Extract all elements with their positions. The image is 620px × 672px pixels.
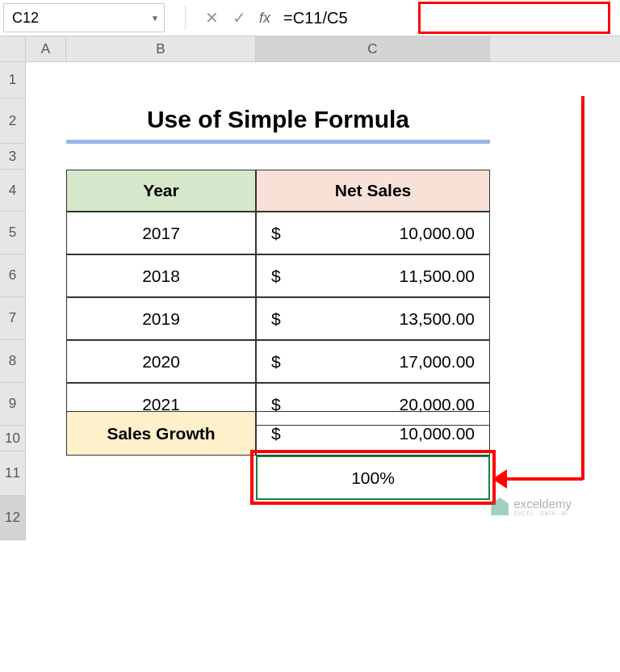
spreadsheet-grid: A B C 1 2 3 4 5 6 7 8 9 10 11 12 Use of …	[0, 36, 620, 540]
column-headers: A B C	[0, 36, 620, 62]
select-all-corner[interactable]	[0, 36, 26, 61]
table-row: 2020 $17,000.00	[66, 340, 490, 383]
table-header-row: Year Net Sales	[66, 170, 490, 212]
annotation-arrow	[501, 477, 583, 481]
watermark-tag: EXCEL · DATA · BI	[513, 510, 572, 516]
cell-year[interactable]: 2017	[66, 212, 256, 254]
table-row: 2018 $11,500.00	[66, 254, 490, 297]
table-row: 2019 $13,500.00	[66, 297, 490, 340]
title-cell[interactable]: Use of Simple Formula	[66, 99, 490, 144]
annotation-arrow	[581, 96, 584, 480]
row-headers: 1 2 3 4 5 6 7 8 9 10 11 12	[0, 62, 26, 540]
cell-sales[interactable]: $13,500.00	[256, 297, 490, 340]
sales-growth-row: Sales Growth $10,000.00	[66, 411, 490, 456]
row-header-10[interactable]: 10	[0, 426, 26, 452]
watermark: exceldemy EXCEL · DATA · BI	[491, 497, 572, 516]
dropdown-icon[interactable]: ▼	[151, 14, 159, 23]
row-header-12[interactable]: 12	[0, 496, 26, 540]
cells-area[interactable]: Use of Simple Formula Year Net Sales 201…	[26, 62, 620, 540]
header-netsales[interactable]: Net Sales	[256, 170, 490, 212]
logo-icon	[491, 498, 509, 515]
watermark-name: exceldemy	[513, 497, 572, 510]
enter-button[interactable]: ✓	[225, 4, 253, 32]
row-header-11[interactable]: 11	[0, 452, 26, 496]
cell-sales[interactable]: $17,000.00	[256, 340, 490, 383]
row-header-2[interactable]: 2	[0, 99, 26, 144]
cell-year[interactable]: 2018	[66, 254, 256, 297]
active-cell-C12[interactable]: 100%	[256, 456, 490, 500]
header-year[interactable]: Year	[66, 170, 256, 212]
data-table: Year Net Sales 2017 $10,000.00 2018 $11,…	[66, 170, 490, 426]
row-header-9[interactable]: 9	[0, 383, 26, 426]
cell-sales[interactable]: $11,500.00	[256, 254, 490, 297]
divider	[185, 6, 186, 30]
row-header-8[interactable]: 8	[0, 340, 26, 383]
table-row: 2017 $10,000.00	[66, 212, 490, 254]
name-box-value: C12	[12, 10, 39, 27]
growth-value[interactable]: $10,000.00	[256, 411, 490, 456]
col-header-A[interactable]: A	[26, 36, 66, 61]
name-box[interactable]: C12 ▼	[3, 3, 165, 32]
col-header-B[interactable]: B	[66, 36, 256, 61]
arrow-icon	[492, 469, 507, 489]
col-header-C[interactable]: C	[256, 36, 490, 61]
row-header-1[interactable]: 1	[0, 62, 26, 99]
row-header-3[interactable]: 3	[0, 144, 26, 170]
row-header-5[interactable]: 5	[0, 212, 26, 254]
growth-label[interactable]: Sales Growth	[66, 411, 256, 456]
cell-year[interactable]: 2019	[66, 297, 256, 340]
row-header-7[interactable]: 7	[0, 297, 26, 340]
row-header-4[interactable]: 4	[0, 170, 26, 212]
cell-sales[interactable]: $10,000.00	[256, 212, 490, 254]
cell-year[interactable]: 2020	[66, 340, 256, 383]
cancel-button[interactable]: ✕	[198, 4, 225, 32]
fx-icon[interactable]: fx	[259, 10, 270, 27]
formula-input[interactable]	[277, 3, 620, 32]
formula-bar: C12 ▼ ✕ ✓ fx	[0, 0, 620, 36]
row-header-6[interactable]: 6	[0, 254, 26, 297]
